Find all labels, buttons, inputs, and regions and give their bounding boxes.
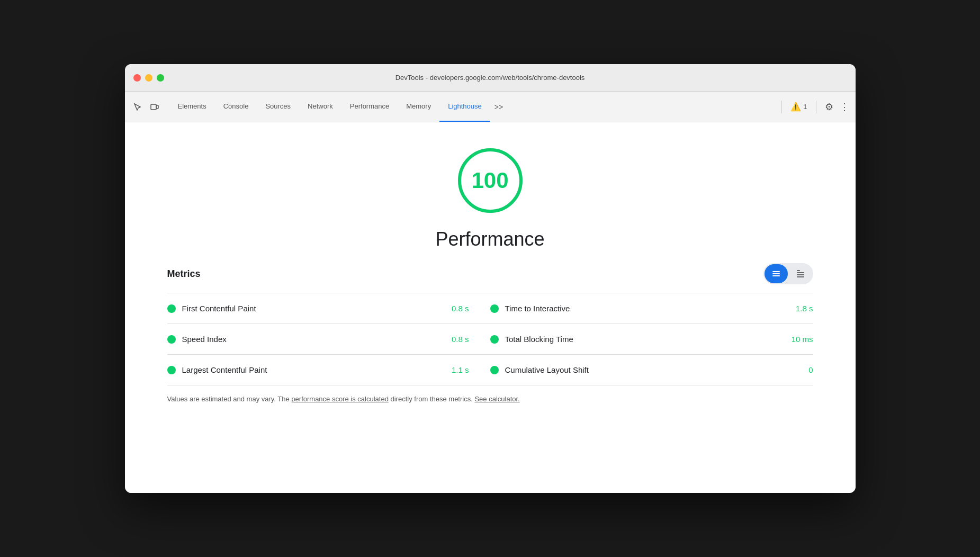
grid-view-button[interactable] [789,264,812,283]
metric-value: 10 ms [781,335,813,344]
window-title: DevTools - developers.google.com/web/too… [395,74,585,82]
main-content: 100 Performance Metrics [125,122,856,493]
settings-icon[interactable]: ⚙ [825,101,833,113]
more-options-icon[interactable]: ⋮ [840,101,849,113]
metric-dot [167,366,176,374]
metric-name: Cumulative Layout Shift [505,365,775,374]
devtools-toolbar: Elements Console Sources Network Perform… [125,92,856,122]
view-toggle [763,263,813,284]
metrics-table: First Contentful Paint 0.8 s Time to Int… [167,293,813,385]
svg-rect-5 [772,273,780,274]
close-button[interactable] [133,74,141,82]
svg-rect-8 [797,272,804,273]
metric-right-1: Time to Interactive 1.8 s [490,304,813,313]
inspect-icon[interactable] [131,101,144,113]
footer-text-middle: directly from these metrics. [389,395,475,403]
metric-value: 0 [781,365,813,374]
more-tabs-button[interactable]: >> [490,103,507,111]
metric-right-2: Total Blocking Time 10 ms [490,335,813,344]
tab-lighthouse[interactable]: Lighthouse [439,92,490,122]
tab-console[interactable]: Console [215,92,257,122]
svg-rect-1 [156,105,158,109]
metric-dot [490,304,499,313]
footer-text-before: Values are estimated and may vary. The [167,395,292,403]
tab-network[interactable]: Network [299,92,341,122]
metrics-section: Metrics [167,263,813,405]
performance-title: Performance [435,228,544,250]
metrics-header: Metrics [167,263,813,284]
warning-icon: ⚠️ [790,102,801,112]
svg-rect-6 [772,275,780,276]
metric-left-1: First Contentful Paint 0.8 s [167,304,490,313]
footer-link-see[interactable]: See calculator. [474,395,519,403]
metric-name: Speed Index [182,335,445,344]
table-row: Largest Contentful Paint 1.1 s Cumulativ… [167,355,813,385]
toolbar-divider [781,101,782,113]
device-toggle-icon[interactable] [148,101,161,113]
score-value: 100 [471,168,508,193]
metric-name: Total Blocking Time [505,335,775,344]
warning-count: 1 [803,103,807,111]
tab-memory[interactable]: Memory [398,92,439,122]
table-row: First Contentful Paint 0.8 s Time to Int… [167,293,813,324]
metric-dot [167,304,176,313]
toolbar-right: ⚠️ 1 ⚙ ⋮ [779,101,849,113]
metric-name: First Contentful Paint [182,304,445,313]
svg-rect-7 [797,270,800,271]
metric-left-2: Speed Index 0.8 s [167,335,490,344]
list-view-button[interactable] [765,264,788,283]
tab-list: Elements Console Sources Network Perform… [169,92,778,122]
tab-performance[interactable]: Performance [341,92,398,122]
svg-rect-0 [151,104,156,110]
footer-note: Values are estimated and may vary. The p… [167,394,813,405]
titlebar: DevTools - developers.google.com/web/too… [125,64,856,92]
metric-name: Time to Interactive [505,304,775,313]
tab-elements[interactable]: Elements [169,92,215,122]
metric-value: 1.1 s [452,365,490,374]
metric-value: 0.8 s [452,335,490,344]
footer-link-calc[interactable]: performance score is calculated [291,395,389,403]
score-circle: 100 [453,143,527,218]
toolbar-icons [131,101,161,113]
metric-right-3: Cumulative Layout Shift 0 [490,365,813,374]
metric-value: 1.8 s [781,304,813,313]
table-row: Speed Index 0.8 s Total Blocking Time 10… [167,324,813,355]
traffic-lights [133,74,164,82]
svg-rect-10 [797,276,804,277]
svg-rect-4 [772,271,780,272]
devtools-window: DevTools - developers.google.com/web/too… [125,64,856,493]
metric-name: Largest Contentful Paint [182,365,445,374]
metric-dot [490,335,499,344]
metric-value: 0.8 s [452,304,490,313]
metrics-label: Metrics [167,268,201,280]
tab-sources[interactable]: Sources [257,92,299,122]
minimize-button[interactable] [145,74,152,82]
toolbar-divider2 [816,101,816,113]
metric-left-3: Largest Contentful Paint 1.1 s [167,365,490,374]
warning-badge[interactable]: ⚠️ 1 [790,102,807,112]
metric-dot [490,366,499,374]
svg-rect-9 [797,274,804,275]
metric-dot [167,335,176,344]
maximize-button[interactable] [157,74,164,82]
score-section: 100 Performance [167,143,813,250]
